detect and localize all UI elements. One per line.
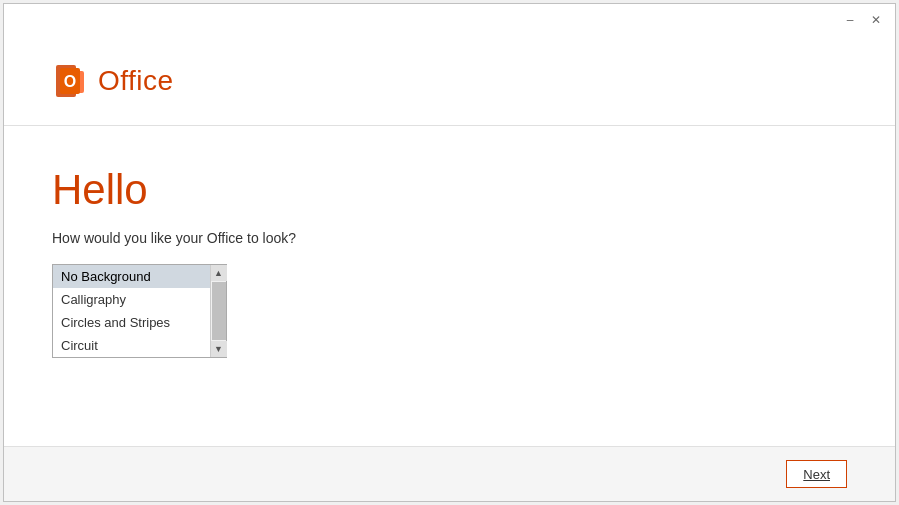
scroll-thumb[interactable] bbox=[212, 282, 226, 340]
svg-text:O: O bbox=[64, 73, 76, 90]
minimize-button[interactable]: – bbox=[837, 7, 863, 33]
main-content: Hello How would you like your Office to … bbox=[4, 126, 895, 446]
app-name-label: Office bbox=[98, 65, 174, 97]
background-listbox-container: No Background Calligraphy Circles and St… bbox=[52, 264, 227, 358]
scroll-up-arrow[interactable]: ▲ bbox=[211, 265, 227, 281]
page-subtitle: How would you like your Office to look? bbox=[52, 230, 847, 246]
background-listbox[interactable]: No Background Calligraphy Circles and St… bbox=[53, 265, 226, 357]
list-item-circles-stripes[interactable]: Circles and Stripes bbox=[53, 311, 226, 334]
list-item-calligraphy[interactable]: Calligraphy bbox=[53, 288, 226, 311]
list-item-no-background[interactable]: No Background bbox=[53, 265, 226, 288]
footer-bar: Next bbox=[4, 446, 895, 501]
close-button[interactable]: ✕ bbox=[863, 7, 889, 33]
office-logo-icon: O bbox=[52, 63, 88, 99]
next-button[interactable]: Next bbox=[786, 460, 847, 488]
office-logo: O Office bbox=[52, 63, 174, 99]
header-bar: O Office bbox=[4, 36, 895, 126]
page-title: Hello bbox=[52, 166, 847, 214]
main-window: – ✕ O Office Hello How would you like yo… bbox=[3, 3, 896, 502]
list-item-circuit[interactable]: Circuit bbox=[53, 334, 226, 357]
scroll-down-arrow[interactable]: ▼ bbox=[211, 341, 227, 357]
listbox-scrollbar[interactable]: ▲ ▼ bbox=[210, 265, 226, 357]
title-bar: – ✕ bbox=[4, 4, 895, 36]
